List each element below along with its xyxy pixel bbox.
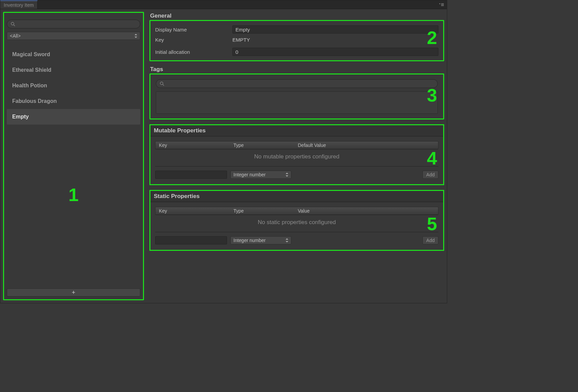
svg-marker-11 [286,175,288,177]
svg-marker-6 [135,34,137,35]
list-item-label: Ethereal Shield [12,67,51,73]
svg-line-9 [163,84,164,86]
list-item-label: Magical Sword [12,51,50,57]
item-list-panel: 1 <All> [3,12,144,300]
label-initial-allocation: Initial allocation [155,49,230,55]
general-panel: 2 Display Name Key EMPTY Initial allocat… [149,20,444,61]
details-panel: General 2 Display Name Key EMPTY I [149,12,444,300]
display-name-input[interactable] [232,25,438,34]
sidebar-search[interactable] [7,20,140,28]
sidebar-filter-label: <All> [10,33,21,39]
static-type-label: Integer number [233,238,266,243]
static-type-dropdown[interactable]: Integer number [230,236,291,244]
svg-marker-7 [135,37,137,38]
sidebar-filter-dropdown[interactable]: <All> [7,32,140,40]
search-icon [11,22,15,26]
static-key-input[interactable] [155,236,227,244]
static-add-row: Integer number Add [155,236,438,244]
static-add-button[interactable]: Add [422,236,438,244]
search-icon [160,81,164,86]
tags-search[interactable] [156,79,438,88]
svg-point-4 [11,22,14,25]
menu-icon [438,3,444,6]
list-item-label: Empty [12,114,29,119]
svg-point-8 [160,82,163,85]
item-list: Magical Sword Ethereal Shield Health Pot… [7,47,140,288]
static-empty-text: No static properties configured [155,215,438,232]
svg-rect-2 [441,4,444,5]
svg-marker-0 [439,3,440,4]
plus-icon: + [72,289,76,296]
inventory-item-window: Inventory Item 1 [0,0,447,303]
section-title-static: Static Properties [150,191,443,202]
list-item-label: Fabulous Dragon [12,98,57,104]
svg-line-5 [14,25,15,26]
tab-inventory-item[interactable]: Inventory Item [0,0,38,9]
mutable-properties-panel: 4 Mutable Properties Key Type Default Va… [149,124,444,185]
sort-arrows-icon [286,238,288,242]
field-key: Key EMPTY [155,35,438,45]
sort-arrows-icon [286,173,288,177]
initial-allocation-field[interactable] [235,49,435,55]
label-display-name: Display Name [155,27,230,32]
col-header-key: Key [159,208,233,214]
col-header-value: Value [298,208,435,214]
col-header-default-value: Default Value [298,143,435,148]
sort-arrows-icon [135,34,137,38]
tags-container[interactable] [156,91,438,114]
svg-rect-3 [441,5,444,6]
section-title-general: General [149,13,444,19]
svg-marker-13 [286,241,288,242]
section-title-mutable: Mutable Properties [150,125,443,136]
mutable-add-row: Integer number Add [155,171,438,179]
mutable-type-label: Integer number [233,172,266,177]
tags-panel: 3 [149,73,444,119]
add-item-button[interactable]: + [7,288,140,297]
svg-rect-1 [441,3,444,4]
tab-bar: Inventory Item [0,0,447,9]
svg-marker-12 [286,238,288,240]
display-name-field[interactable] [235,27,435,32]
field-display-name: Display Name [155,24,438,35]
list-item[interactable]: Health Potion [7,78,140,93]
add-label: Add [426,238,435,243]
field-initial-allocation: Initial allocation [155,47,438,57]
list-item[interactable]: Ethereal Shield [7,62,140,78]
mutable-type-dropdown[interactable]: Integer number [230,171,291,179]
list-item[interactable]: Empty [7,109,140,125]
col-header-key: Key [159,143,233,148]
add-label: Add [426,172,435,177]
list-item[interactable]: Magical Sword [7,47,140,62]
initial-allocation-input[interactable] [232,48,438,56]
list-item[interactable]: Fabulous Dragon [7,93,140,109]
mutable-table-header: Key Type Default Value [155,141,438,149]
sidebar-search-input[interactable] [18,21,137,27]
mutable-key-input[interactable] [155,171,227,179]
window-menu-button[interactable] [438,0,447,9]
static-properties-panel: 5 Static Properties Key Type Value No st… [149,190,444,251]
svg-marker-10 [286,173,288,174]
col-header-type: Type [233,208,298,214]
general-section: General 2 Display Name Key EMPTY I [149,13,444,61]
label-key: Key [155,37,230,43]
mutable-add-button[interactable]: Add [422,171,438,179]
static-table-header: Key Type Value [155,207,438,215]
section-title-tags: Tags [149,66,444,73]
tags-search-input[interactable] [167,81,434,86]
list-item-label: Health Potion [12,83,47,88]
tab-label: Inventory Item [4,2,34,8]
mutable-empty-text: No mutable properties configured [155,149,438,167]
key-value: EMPTY [232,37,250,43]
tags-section: Tags 3 [149,66,444,119]
col-header-type: Type [233,143,298,148]
